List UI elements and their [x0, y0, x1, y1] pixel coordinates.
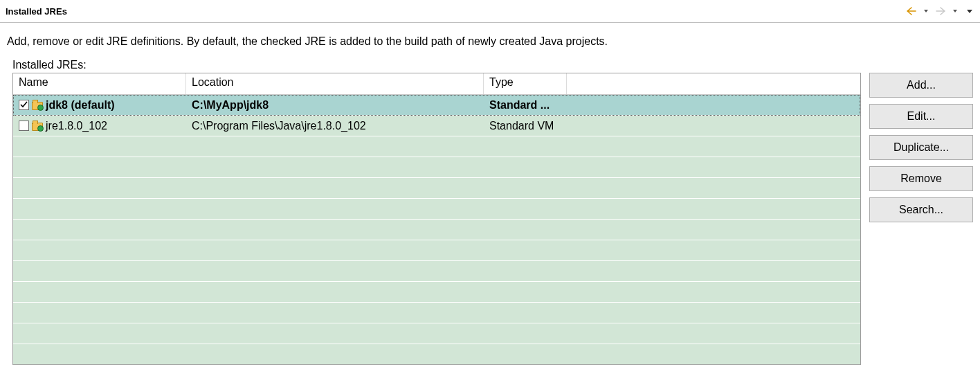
side-buttons: Add... Edit... Duplicate... Remove Searc… [869, 73, 973, 365]
table-row[interactable] [13, 282, 860, 303]
cell-spare [567, 95, 860, 115]
cell-type: Standard ... [484, 95, 567, 115]
table-row[interactable]: jdk8 (default)C:\MyApp\jdk8Standard ... [13, 95, 860, 116]
jre-type: Standard VM [489, 120, 554, 132]
table-row[interactable] [13, 220, 860, 240]
edit-button[interactable]: Edit... [869, 104, 973, 129]
jre-type: Standard ... [489, 99, 550, 112]
nav-back-button[interactable] [905, 5, 918, 17]
search-button[interactable]: Search... [869, 197, 973, 222]
jre-location: C:\Program Files\Java\jre1.8.0_102 [192, 120, 366, 132]
page-title: Installed JREs [6, 6, 67, 17]
header-bar: Installed JREs [0, 0, 980, 23]
table-row[interactable] [13, 323, 860, 344]
table-row[interactable] [13, 344, 860, 364]
description-text: Add, remove or edit JRE definitions. By … [7, 34, 973, 49]
jre-name: jdk8 (default) [46, 99, 115, 112]
header-nav [905, 5, 976, 17]
col-type[interactable]: Type [484, 73, 567, 94]
cell-name: jre1.8.0_102 [13, 116, 186, 136]
table-row[interactable] [13, 136, 860, 157]
table-row[interactable]: jre1.8.0_102C:\Program Files\Java\jre1.8… [13, 116, 860, 136]
cell-location: C:\MyApp\jdk8 [186, 95, 484, 115]
cell-type: Standard VM [484, 116, 567, 136]
duplicate-button[interactable]: Duplicate... [869, 135, 973, 160]
row-checkbox[interactable] [19, 100, 29, 110]
nav-back-dropdown[interactable] [920, 5, 932, 17]
remove-button[interactable]: Remove [869, 166, 973, 191]
cell-location: C:\Program Files\Java\jre1.8.0_102 [186, 116, 484, 136]
jre-icon [32, 100, 43, 110]
col-location[interactable]: Location [186, 73, 484, 94]
table-row[interactable] [13, 199, 860, 220]
jre-icon [32, 121, 43, 131]
jre-table[interactable]: Name Location Type jdk8 (default)C:\MyAp… [12, 73, 861, 365]
nav-forward-button[interactable] [934, 5, 947, 17]
table-label: Installed JREs: [12, 59, 973, 71]
table-body: jdk8 (default)C:\MyApp\jdk8Standard ...j… [13, 95, 860, 364]
table-row[interactable] [13, 178, 860, 199]
cell-name: jdk8 (default) [13, 95, 186, 115]
jre-name: jre1.8.0_102 [46, 120, 107, 132]
jre-location: C:\MyApp\jdk8 [192, 99, 269, 112]
body-row: Name Location Type jdk8 (default)C:\MyAp… [7, 73, 973, 365]
table-row[interactable] [13, 261, 860, 282]
view-menu-dropdown[interactable] [963, 5, 976, 17]
row-checkbox[interactable] [19, 121, 29, 131]
table-header: Name Location Type [13, 73, 860, 95]
content-area: Add, remove or edit JRE definitions. By … [0, 23, 980, 365]
table-row[interactable] [13, 303, 860, 323]
table-row[interactable] [13, 157, 860, 178]
preferences-page: Installed JREs Add, remove or edit JRE d… [0, 0, 980, 365]
add-button[interactable]: Add... [869, 73, 973, 98]
cell-spare [567, 116, 860, 136]
col-spare[interactable] [567, 73, 860, 94]
nav-forward-dropdown[interactable] [949, 5, 961, 17]
col-name[interactable]: Name [13, 73, 186, 94]
table-row[interactable] [13, 240, 860, 261]
